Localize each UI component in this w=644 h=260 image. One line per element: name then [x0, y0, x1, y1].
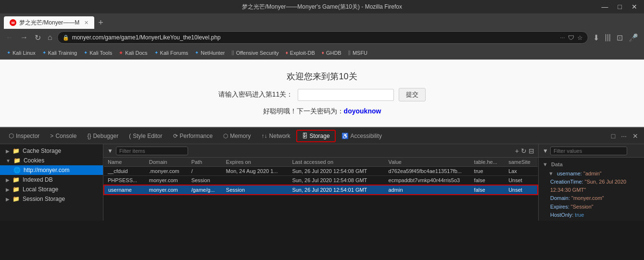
- hint-text: 好聪明哦！下一关密码为：: [263, 107, 344, 115]
- devtools-main: ▶ 📁 Cache Storage ▼ 📁 Cookies 🌐 http://m…: [0, 144, 644, 221]
- table-row[interactable]: __cfduid .monyer.com / Mon, 24 Aug 2020 …: [104, 167, 538, 176]
- refresh-button[interactable]: ↻: [33, 31, 43, 44]
- devtools-sidebar: ▶ 📁 Cache Storage ▼ 📁 Cookies 🌐 http://m…: [0, 144, 103, 221]
- indexed-db-folder-icon: 📁: [13, 176, 20, 183]
- bookmark-exploit-db[interactable]: ♦ Exploit-DB: [283, 49, 318, 57]
- bookmark-offensive-security[interactable]: || Offensive Security: [228, 49, 281, 57]
- data-section-header: ▼ Data: [543, 161, 640, 169]
- tab-performance[interactable]: ⟳ Performance: [168, 131, 218, 141]
- close-button[interactable]: ✕: [629, 2, 640, 12]
- nav-actions: ⬇ ||| ⊡ 🎤: [591, 31, 640, 44]
- col-table-he[interactable]: table.he...: [470, 158, 505, 167]
- domain-entry: Domain: "monyer.com": [550, 194, 640, 202]
- library-icon[interactable]: |||: [603, 31, 613, 44]
- network-icon: ↑↓: [262, 133, 267, 139]
- add-button[interactable]: +: [515, 147, 519, 155]
- cell-last-accessed: Sun, 26 Jul 2020 12:54:08 GMT: [288, 167, 384, 176]
- col-name[interactable]: Name: [104, 158, 145, 167]
- tab-storage[interactable]: 🗄 Storage: [296, 130, 336, 142]
- local-storage-folder-icon: 📁: [13, 186, 20, 193]
- bookmark-kali-linux[interactable]: ✦ Kali Linux: [4, 49, 38, 57]
- tab-debugger[interactable]: {} Debugger: [82, 131, 123, 141]
- new-tab-button[interactable]: +: [95, 16, 106, 29]
- sidebar-item-session-storage[interactable]: ▶ 📁 Session Storage: [0, 194, 103, 204]
- cell-same-site: Unset: [505, 185, 538, 195]
- password-input[interactable]: [298, 89, 394, 101]
- expand-icon-cookies: ▼: [6, 158, 11, 163]
- sidebar-item-http-monyer[interactable]: 🌐 http://monyer.com: [0, 165, 103, 175]
- window-controls[interactable]: — □ ✕: [599, 2, 640, 12]
- mic-icon[interactable]: 🎤: [627, 31, 640, 44]
- folder-icon: 📁: [13, 148, 20, 154]
- tab-console[interactable]: > Console: [45, 131, 81, 141]
- devtools-close-button[interactable]: ✕: [631, 131, 640, 141]
- col-expires[interactable]: Expires on: [222, 158, 289, 167]
- bookmark-kali-training[interactable]: ✦ Kali Training: [39, 49, 80, 57]
- exploit-db-icon: ♦: [286, 50, 288, 55]
- filter-values-input[interactable]: [550, 147, 627, 155]
- host-only-entry: HostOnly: true: [550, 211, 640, 219]
- refresh-data-button[interactable]: ↻: [521, 147, 527, 155]
- accessibility-icon: ♿: [341, 133, 349, 139]
- kali-docs-icon: ★: [119, 50, 123, 55]
- submit-button[interactable]: 提交: [399, 88, 426, 101]
- home-button[interactable]: ⌂: [46, 31, 54, 44]
- sidebar-item-indexed-db[interactable]: ▶ 📁 Indexed DB: [0, 175, 103, 185]
- col-domain[interactable]: Domain: [145, 158, 188, 167]
- lock-icon: 🔒: [63, 35, 69, 41]
- table-row[interactable]: PHPSESS... monyer.com Session Sun, 26 Ju…: [104, 176, 538, 186]
- bookmark-nethunter[interactable]: ✦ NetHunter: [192, 49, 227, 57]
- bookmark-msfu[interactable]: || MSFU: [345, 49, 370, 57]
- table-row-selected[interactable]: username monyer.com /game/g... Session S…: [104, 185, 538, 195]
- devtools-dock-button[interactable]: □: [609, 131, 617, 141]
- col-value[interactable]: Value: [385, 158, 470, 167]
- filter-input[interactable]: [116, 147, 188, 155]
- devtools-more-button[interactable]: ···: [619, 131, 629, 141]
- star-icon[interactable]: ☆: [577, 34, 583, 41]
- bookmark-kali-docs[interactable]: ★ Kali Docs: [116, 49, 150, 57]
- cell-expires: Session: [222, 185, 289, 195]
- col-last-accessed[interactable]: Last accessed on: [288, 158, 384, 167]
- cell-table-he: false: [470, 185, 505, 195]
- tab-memory[interactable]: ⬡ Memory: [218, 131, 255, 141]
- tab-close-icon[interactable]: ✕: [84, 20, 88, 26]
- bookmark-kali-forums[interactable]: ✦ Kali Forums: [152, 49, 191, 57]
- sidebar-item-cookies[interactable]: ▼ 📁 Cookies: [0, 156, 103, 165]
- maximize-button[interactable]: □: [615, 2, 625, 12]
- exploit-db-label: Exploit-DB: [290, 50, 315, 56]
- offensive-label: Offensive Security: [236, 50, 279, 56]
- sync-icon[interactable]: ⊡: [615, 31, 625, 44]
- bookmark-kali-tools[interactable]: ✦ Kali Tools: [81, 49, 115, 57]
- bookmarks-bar: ✦ Kali Linux ✦ Kali Training ✦ Kali Tool…: [0, 46, 644, 60]
- nethunter-label: NetHunter: [201, 50, 225, 56]
- bookmark-ghdb[interactable]: ♦ GHDB: [319, 49, 344, 57]
- delete-button[interactable]: ⊟: [529, 147, 534, 155]
- forward-button[interactable]: →: [18, 31, 30, 44]
- download-icon[interactable]: ⬇: [591, 31, 601, 44]
- sidebar-item-cache-storage[interactable]: ▶ 📁 Cache Storage: [0, 146, 103, 156]
- sidebar-item-local-storage[interactable]: ▶ 📁 Local Storage: [0, 185, 103, 194]
- col-path[interactable]: Path: [188, 158, 222, 167]
- inspector-icon: ⬡: [9, 132, 14, 139]
- back-button[interactable]: ←: [4, 31, 15, 44]
- active-tab[interactable]: M 梦之光芒/Monyer——M ✕: [4, 16, 94, 29]
- cell-path: /: [188, 167, 222, 176]
- form-label: 请输入密码进入第11关：: [218, 90, 293, 99]
- accessibility-label: Accessibility: [351, 133, 382, 139]
- minimize-button[interactable]: —: [599, 2, 611, 12]
- col-same-site[interactable]: sameSite: [505, 158, 538, 167]
- offensive-icon: ||: [231, 50, 234, 55]
- tab-network[interactable]: ↑↓ Network: [257, 131, 295, 141]
- cell-table-he: false: [470, 176, 505, 186]
- cell-domain: monyer.com: [145, 176, 188, 186]
- kali-tools-label: Kali Tools: [89, 50, 112, 56]
- console-label: Console: [55, 133, 76, 139]
- address-bar[interactable]: 🔒 monyer.com/game/game1/MonyerLikeYou_th…: [57, 31, 588, 44]
- tab-inspector[interactable]: ⬡ Inspector: [4, 130, 44, 141]
- tab-style-editor[interactable]: ( Style Editor: [124, 131, 167, 141]
- kali-training-icon: ✦: [42, 50, 46, 55]
- tab-accessibility[interactable]: ♿ Accessibility: [337, 131, 387, 141]
- http-monyer-label: http://monyer.com: [24, 167, 69, 173]
- devtools-toolbar: ⬡ Inspector > Console {} Debugger ( Styl…: [0, 128, 644, 144]
- cell-value: ecmpaddbt7vmkp40r44rris5o3: [385, 176, 470, 186]
